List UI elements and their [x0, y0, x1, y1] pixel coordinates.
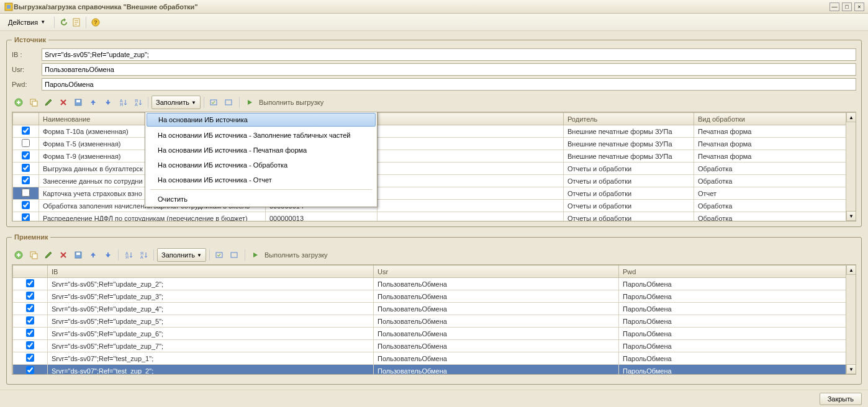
copy-button[interactable]	[27, 248, 40, 262]
delete-button[interactable]	[57, 96, 70, 109]
row-checkbox[interactable]	[13, 125, 39, 138]
scroll-down-icon[interactable]: ▼	[846, 211, 856, 221]
pwd-field[interactable]	[42, 78, 856, 91]
table-row[interactable]: Форма Т-10а (измененная)Внешние печатные…	[13, 125, 856, 138]
parent-column-header[interactable]: Родитель	[564, 113, 694, 125]
table-row[interactable]: Srvr="ds-sv05";Ref="update_zup_7";Пользо…	[13, 340, 856, 352]
save-button[interactable]	[71, 96, 85, 109]
fill-button[interactable]: Заполнить ▼	[151, 96, 201, 109]
scrollbar[interactable]: ▲ ▼	[846, 112, 856, 221]
run-button[interactable]	[243, 96, 256, 109]
table-row[interactable]: Srvr="ds-sv05";Ref="update_zup_2";Пользо…	[13, 278, 856, 290]
uncheck-all-button[interactable]	[222, 96, 236, 109]
check-all-button[interactable]	[213, 248, 227, 262]
down-button[interactable]	[101, 248, 115, 262]
table-row[interactable]: Распределение НДФЛ по сотрудникам (переч…	[13, 212, 856, 222]
table-row[interactable]: Выгрузка данных в бухгалтерскОтчеты и об…	[13, 163, 856, 175]
ib-column-header[interactable]: IB	[48, 266, 374, 278]
ib-field[interactable]	[42, 48, 856, 61]
row-parent: Отчеты и обработки	[564, 200, 694, 212]
save-button[interactable]	[71, 248, 85, 262]
dropdown-item[interactable]: На основании ИБ источника - Отчет	[145, 172, 377, 187]
fill-dropdown: На основании ИБ источникаНа основании ИБ…	[145, 112, 377, 207]
minimize-button[interactable]: —	[830, 2, 839, 11]
edit-button[interactable]	[42, 248, 55, 262]
hidden-column-header[interactable]	[377, 113, 564, 125]
row-usr: ПользовательОбмена	[374, 278, 619, 290]
row-checkbox[interactable]	[13, 328, 48, 340]
table-row[interactable]: Занесение данных по сотрудниОтчеты и обр…	[13, 175, 856, 187]
row-checkbox[interactable]	[13, 278, 48, 290]
usr-row: Usr:	[12, 63, 856, 76]
row-ib: Srvr="ds-sv05";Ref="update_zup_7";	[48, 340, 374, 352]
up-button[interactable]	[86, 96, 100, 109]
close-button[interactable]: ×	[854, 2, 864, 11]
refresh-icon[interactable]	[59, 17, 69, 27]
row-checkbox[interactable]	[13, 150, 39, 163]
copy-button[interactable]	[27, 96, 40, 109]
check-column-header[interactable]	[13, 113, 39, 125]
actions-menu[interactable]: Действия ▼	[4, 17, 50, 28]
row-checkbox[interactable]	[13, 315, 48, 328]
table-row[interactable]: Srvr="ds-sv05";Ref="update_zup_3";Пользо…	[13, 290, 856, 303]
row-checkbox[interactable]	[13, 187, 39, 200]
up-button[interactable]	[86, 248, 100, 262]
maximize-button[interactable]: □	[842, 2, 852, 11]
table-row[interactable]: Srvr="ds-sv05";Ref="update_zup_6";Пользо…	[13, 328, 856, 340]
scroll-up-icon[interactable]: ▲	[846, 265, 856, 275]
dropdown-item[interactable]: На основании ИБ источника - Печатная фор…	[145, 143, 377, 158]
delete-button[interactable]	[57, 248, 70, 262]
dropdown-item[interactable]: На основании ИБ источника	[147, 113, 376, 127]
usr-field[interactable]	[42, 63, 856, 76]
row-checkbox[interactable]	[13, 200, 39, 212]
script-icon[interactable]	[71, 17, 81, 27]
row-checkbox[interactable]	[13, 163, 39, 175]
dest-table[interactable]: IB Usr Pwd Srvr="ds-sv05";Ref="update_zu…	[12, 265, 856, 375]
svg-rect-26	[231, 253, 237, 257]
table-row[interactable]: Форма Т-9 (измененная)Внешние печатные ф…	[13, 150, 856, 163]
row-checkbox[interactable]	[13, 352, 48, 365]
row-checkbox[interactable]	[13, 175, 39, 187]
add-button[interactable]	[12, 248, 25, 262]
sort-asc-button[interactable]: АЯ	[116, 96, 130, 109]
row-checkbox[interactable]	[13, 138, 39, 150]
row-checkbox[interactable]	[13, 212, 39, 222]
sort-desc-button[interactable]: ЯА	[131, 96, 145, 109]
titlebar: Выгрузка/загрузка справочника "Внешние о…	[0, 0, 868, 14]
check-column-header[interactable]	[13, 266, 48, 278]
row-checkbox[interactable]	[13, 290, 48, 303]
row-checkbox[interactable]	[13, 303, 48, 315]
scroll-up-icon[interactable]: ▲	[846, 112, 856, 122]
dropdown-item[interactable]: На основании ИБ источника - Обработка	[145, 158, 377, 172]
dropdown-item[interactable]: На основании ИБ источника - Заполнение т…	[145, 128, 377, 143]
type-column-header[interactable]: Вид обработки	[694, 113, 856, 125]
source-table[interactable]: Наименование Родитель Вид обработки Форм…	[12, 112, 856, 221]
table-row[interactable]: Карточка учета страховых взноОтчеты и об…	[13, 187, 856, 200]
row-checkbox[interactable]	[13, 365, 48, 375]
uncheck-all-button[interactable]	[228, 248, 242, 262]
edit-button[interactable]	[42, 96, 55, 109]
usr-column-header[interactable]: Usr	[374, 266, 619, 278]
run-button[interactable]	[248, 248, 262, 262]
sort-asc-button[interactable]: АЯ	[122, 248, 135, 262]
add-button[interactable]	[12, 96, 25, 109]
table-row[interactable]: Обработка заполения начислений зарплат с…	[13, 200, 856, 212]
dropdown-item[interactable]: Очистить	[145, 192, 377, 207]
row-usr: ПользовательОбмена	[374, 328, 619, 340]
row-checkbox[interactable]	[13, 340, 48, 352]
fill-button[interactable]: Заполнить ▼	[157, 248, 206, 262]
table-row[interactable]: Форма Т-5 (измененная)Внешние печатные ф…	[13, 138, 856, 150]
sort-desc-button[interactable]: ЯА	[137, 248, 150, 262]
table-row[interactable]: Srvr="ds-sv05";Ref="update_zup_5";Пользо…	[13, 315, 856, 328]
help-icon[interactable]: ?	[91, 17, 101, 27]
table-row[interactable]: Srvr="ds-sv07";Ref="test_zup_2";Пользова…	[13, 365, 856, 375]
scroll-down-icon[interactable]: ▼	[846, 364, 856, 374]
table-row[interactable]: Srvr="ds-sv05";Ref="update_zup_4";Пользо…	[13, 303, 856, 315]
pwd-column-header[interactable]: Pwd	[619, 266, 856, 278]
down-button[interactable]	[101, 96, 115, 109]
table-row[interactable]: Srvr="ds-sv07";Ref="test_zup_1";Пользова…	[13, 352, 856, 365]
close-button[interactable]: Закрыть	[820, 393, 862, 405]
check-all-button[interactable]	[207, 96, 221, 109]
scrollbar[interactable]: ▲ ▼	[846, 265, 856, 374]
app-icon	[4, 2, 14, 12]
